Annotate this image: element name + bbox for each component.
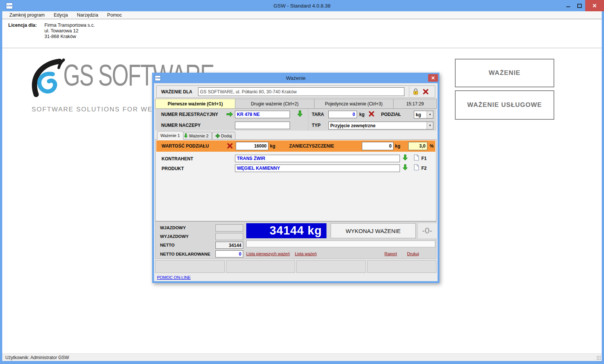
tab-pojedyncze-wazenie[interactable]: Pojedyncze ważenie (Ctrl+3) [314,99,394,109]
placeholder-button[interactable] [367,260,437,273]
close-button[interactable] [585,0,604,11]
status-user: Użytkownik: Administrator GSW [5,355,69,360]
menu-zamknij-program[interactable]: Zamknij program [5,12,49,18]
app-icon: GSW [6,3,13,9]
dialog-icon: GSW [155,75,161,81]
podzial-label: PODZIAŁ [381,112,401,117]
produkt-input[interactable] [235,164,400,172]
window-border-right [602,11,604,361]
kontrahent-input[interactable] [235,155,400,162]
wazenie-dla-frame: WAŻENIE DLA [156,85,435,98]
window-border-bottom [0,361,604,364]
wartosc-podzialu-label: WARTOŚĆ PODZIAŁU [162,143,209,149]
maximize-button[interactable] [574,0,585,11]
podzial-select[interactable]: kg ▼ [414,111,433,119]
menubar: Zamknij program Edycja Narzędzia Pomoc [2,11,602,19]
close-icon [592,3,597,8]
netto-label: NETTO [160,243,175,247]
netto-deklarowane-input[interactable] [215,250,243,257]
wartosc-podzialu-input[interactable] [236,142,268,150]
netto-field [215,242,243,249]
lista-pierwszych-wazen-link[interactable]: Lista pierwszych ważeń [246,251,290,256]
wjazdowy-field [215,224,243,231]
tara-label: TARA [312,112,324,117]
dialog-body: WAŻENIE DLA Pierwsze ważenie (Ctrl+1) [152,83,439,283]
tab-wazenie-1-label: Ważenie 1 [160,133,180,138]
dialog-titlebar[interactable]: Ważenie GSW [152,73,439,83]
arrow-down-icon[interactable] [403,164,408,171]
wykonaj-wazenie-button[interactable]: WYKONAJ WAŻENIE [331,223,416,238]
menu-narzedzia[interactable]: Narzędzia [73,12,102,18]
wazenie-dialog: Ważenie GSW WAŻENIE DLA [152,73,439,283]
document-icon[interactable] [414,164,419,171]
placeholder-button[interactable] [296,260,366,273]
license-panel: Licencja dla: Firma Transportowa s.c. ul… [2,19,602,48]
gs-software-logo-icon [29,58,66,101]
divider [409,87,409,97]
results-panel: WJAZDOWY WYJAZDOWY NETTO NETTO DEKLAROWA… [155,221,436,259]
resize-grip[interactable] [597,356,601,360]
clear-icon[interactable] [422,88,429,95]
clear-tara-icon[interactable] [368,111,375,117]
vehicle-form-panel: NUMER REJESTRACYJNY NUMER NACZEPY TARA k… [155,109,436,131]
bottom-button-row [155,260,436,273]
produkt-label: PRODUKT [162,166,184,171]
placeholder-button[interactable] [155,260,225,273]
tab-wazenie-2-label: Ważenie 2 [189,134,209,138]
numer-rejestracyjny-input[interactable] [235,111,290,118]
close-icon [431,76,435,80]
tab-wazenie-1[interactable]: Ważenie 1 [157,131,183,140]
kontrahent-fkey: F1 [421,156,427,161]
typ-value: Przyjęcie zewnętrzne [329,123,427,128]
typ-select[interactable]: Przyjęcie zewnętrzne ▼ [328,122,433,129]
weighing-tabs: Pierwsze ważenie (Ctrl+1) Drugie ważenie… [155,99,436,109]
chevron-down-icon[interactable]: ▼ [427,122,433,129]
pomoc-online-link[interactable]: POMOC ON-LINE [157,275,191,280]
tab-dodaj[interactable]: Dodaj [212,132,235,139]
tab-dodaj-label: Dodaj [221,134,232,138]
drukuj-link[interactable]: Drukuj [407,251,419,256]
license-line-2: ul. Towarowa 12 [44,28,95,34]
zanieczyszczenie-percent-input[interactable] [408,142,427,150]
dialog-close-button[interactable] [428,74,438,82]
menu-pomoc[interactable]: Pomoc [103,12,126,18]
wazenie-uslugowe-button-label: WAŻENIE USŁUGOWE [467,101,542,109]
tab-drugie-wazenie[interactable]: Drugie ważenie (Ctrl+2) [235,99,314,109]
numer-naczepy-input[interactable] [235,122,290,129]
wazenie-button-label: WAŻENIE [489,69,520,77]
numer-naczepy-label: NUMER NACZEPY [161,123,201,128]
wazenie-uslugowe-button[interactable]: WAŻENIE USŁUGOWE [455,90,554,120]
wazenie-dla-label: WAŻENIE DLA [161,89,192,94]
dialog-title: Ważenie [152,75,439,81]
minimize-button[interactable] [563,0,574,11]
chevron-down-icon[interactable]: ▼ [427,111,433,118]
tara-input[interactable] [328,111,357,118]
titlebar[interactable]: GSW - Standard 4.0.8.38 GSW [0,0,604,11]
placeholder-button[interactable] [226,260,296,273]
license-label: Licencja dla: [8,23,44,48]
lista-wazen-link[interactable]: Lista ważeń [295,251,317,256]
license-line-3: 31-868 Kraków [44,34,95,40]
wartosc-podzialu-unit: kg [270,143,275,149]
license-line-1: Firma Transportowa s.c. [44,23,95,28]
status-progress-field [246,241,435,247]
raport-link[interactable]: Raport [384,251,397,256]
wyjazdowy-field [215,233,243,240]
arrow-down-icon[interactable] [297,110,303,117]
zanieczyszczenie-input[interactable] [362,142,394,150]
numer-rejestracyjny-label: NUMER REJESTRACYJNY [161,112,218,117]
typ-label: TYP [312,123,320,128]
arrow-down-icon[interactable] [403,154,408,161]
wazenie-button[interactable]: WAŻENIE [455,59,554,87]
document-icon[interactable] [414,154,419,161]
tab-pierwsze-wazenie[interactable]: Pierwsze ważenie (Ctrl+1) [155,99,235,109]
statusbar: Użytkownik: Administrator GSW [2,353,602,361]
tara-unit: kg [359,112,365,117]
weight-display: 34144 kg [246,223,326,238]
wazenie-dla-input[interactable] [198,87,404,96]
lock-icon[interactable] [413,88,419,95]
menu-edycja[interactable]: Edycja [50,12,72,18]
plus-icon [215,134,220,138]
clear-podzial-icon[interactable] [227,143,233,149]
tab-wazenie-2[interactable]: Ważenie 2 [180,132,212,139]
